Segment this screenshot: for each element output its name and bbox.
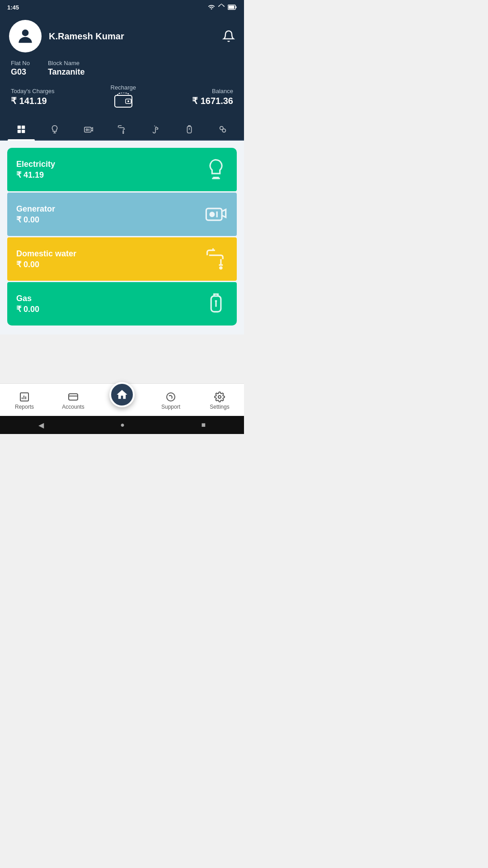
tab-handwash[interactable]: [139, 121, 172, 140]
tab-generator[interactable]: [72, 121, 105, 140]
balance-label: Balance: [192, 88, 233, 94]
user-name: K.Ramesh Kumar: [49, 31, 215, 42]
notification-bell-icon[interactable]: [222, 30, 235, 42]
android-back[interactable]: ◀: [38, 421, 44, 429]
tap-icon: [117, 124, 127, 136]
electricity-card-left: Electricity ₹ 41.19: [16, 160, 55, 180]
electricity-card[interactable]: Electricity ₹ 41.19: [7, 148, 237, 191]
tab-gas[interactable]: [172, 121, 206, 140]
android-nav-bar: ◀ ● ■: [0, 416, 244, 434]
wifi-icon: [208, 4, 215, 11]
header-top: K.Ramesh Kumar: [9, 20, 235, 52]
accounts-label: Accounts: [62, 404, 84, 410]
flat-no-item: Flat No G03: [11, 60, 30, 77]
water-tap-icon: [204, 246, 228, 272]
svg-point-23: [220, 267, 222, 269]
avatar: [9, 20, 42, 52]
nav-support[interactable]: Support: [146, 392, 195, 410]
home-fab[interactable]: [109, 382, 135, 407]
accounts-icon: [68, 392, 79, 402]
service-cards: Electricity ₹ 41.19 Generator ₹ 0.00: [0, 141, 244, 335]
svg-rect-30: [69, 394, 78, 400]
svg-point-33: [218, 396, 221, 398]
todays-charges-value: ₹ 141.19: [11, 95, 54, 106]
gas-cylinder-icon: [204, 291, 228, 316]
electricity-icon: [204, 157, 228, 182]
recharge-icon-wrap: [111, 93, 136, 110]
main-content: Electricity ₹ 41.19 Generator ₹ 0.00: [0, 141, 244, 335]
support-icon: [165, 392, 176, 402]
water-name: Domestic water: [16, 249, 76, 259]
home-icon: [116, 388, 128, 401]
flat-no-value: G03: [11, 67, 30, 77]
recharge-label: Recharge: [111, 84, 136, 91]
generator-card-left: Generator ₹ 0.00: [16, 204, 55, 225]
gas-name: Gas: [16, 294, 39, 303]
svg-point-32: [167, 393, 175, 401]
block-name-label: Block Name: [48, 60, 85, 66]
nav-home[interactable]: [98, 395, 146, 407]
generator-icon: [84, 124, 94, 136]
recharge-item[interactable]: Recharge: [111, 84, 136, 110]
support-label: Support: [161, 404, 180, 410]
cylinder-icon: [184, 124, 194, 136]
generator-service-icon: [204, 202, 228, 227]
balance-value: ₹ 1671.36: [192, 95, 233, 106]
tab-water[interactable]: [105, 121, 139, 140]
todays-charges-label: Today's Charges: [11, 88, 54, 94]
gas-card[interactable]: Gas ₹ 0.00: [7, 282, 237, 326]
battery-icon: [228, 5, 237, 10]
status-icons: [208, 4, 237, 11]
settings-label: Settings: [210, 404, 229, 410]
svg-point-15: [123, 132, 124, 133]
charges-row: Today's Charges ₹ 141.19 Recharge Balanc…: [9, 84, 235, 110]
nav-settings[interactable]: Settings: [195, 392, 244, 410]
svg-rect-1: [229, 6, 235, 9]
handwash-icon: [150, 124, 160, 136]
status-bar: 1:45: [0, 0, 244, 14]
status-time: 1:45: [7, 4, 19, 11]
nav-accounts[interactable]: Accounts: [49, 392, 98, 410]
svg-rect-2: [235, 6, 237, 8]
tab-other[interactable]: [206, 121, 239, 140]
coins-icon: [218, 124, 228, 136]
tabs-bar: [0, 117, 244, 141]
reports-label: Reports: [15, 404, 34, 410]
generator-name: Generator: [16, 204, 55, 214]
block-name-item: Block Name Tanzanite: [48, 60, 85, 77]
tab-dashboard[interactable]: [5, 121, 38, 140]
reports-icon: [19, 392, 30, 402]
flat-no-label: Flat No: [11, 60, 30, 66]
svg-point-13: [86, 129, 88, 131]
water-card[interactable]: Domestic water ₹ 0.00: [7, 237, 237, 281]
generator-card[interactable]: Generator ₹ 0.00: [7, 193, 237, 236]
dashboard-icon: [16, 124, 26, 136]
gas-amount: ₹ 0.00: [16, 304, 39, 314]
svg-rect-16: [187, 127, 191, 133]
android-home[interactable]: ●: [120, 421, 125, 429]
gas-card-left: Gas ₹ 0.00: [16, 294, 39, 314]
electricity-name: Electricity: [16, 160, 55, 169]
svg-point-21: [210, 212, 214, 217]
android-recents[interactable]: ■: [202, 421, 206, 429]
water-amount: ₹ 0.00: [16, 259, 76, 269]
balance-item: Balance ₹ 1671.36: [192, 88, 233, 106]
svg-rect-9: [18, 130, 21, 133]
flat-block-row: Flat No G03 Block Name Tanzanite: [9, 60, 235, 77]
svg-point-3: [22, 29, 29, 36]
nav-reports[interactable]: Reports: [0, 392, 49, 410]
svg-rect-4: [115, 95, 132, 107]
wallet-icon: [114, 93, 133, 110]
svg-point-18: [222, 129, 225, 132]
water-card-left: Domestic water ₹ 0.00: [16, 249, 76, 269]
svg-point-6: [127, 100, 129, 102]
tab-electricity[interactable]: [38, 121, 71, 140]
bottom-nav: Reports Accounts Support Settings: [0, 383, 244, 416]
block-name-value: Tanzanite: [48, 67, 85, 77]
settings-icon: [214, 392, 225, 402]
svg-rect-8: [22, 126, 25, 129]
todays-charges-item: Today's Charges ₹ 141.19: [11, 88, 54, 106]
header: K.Ramesh Kumar Flat No G03 Block Name Ta…: [0, 14, 244, 117]
electricity-amount: ₹ 41.19: [16, 170, 55, 180]
signal-icon: [218, 4, 225, 11]
